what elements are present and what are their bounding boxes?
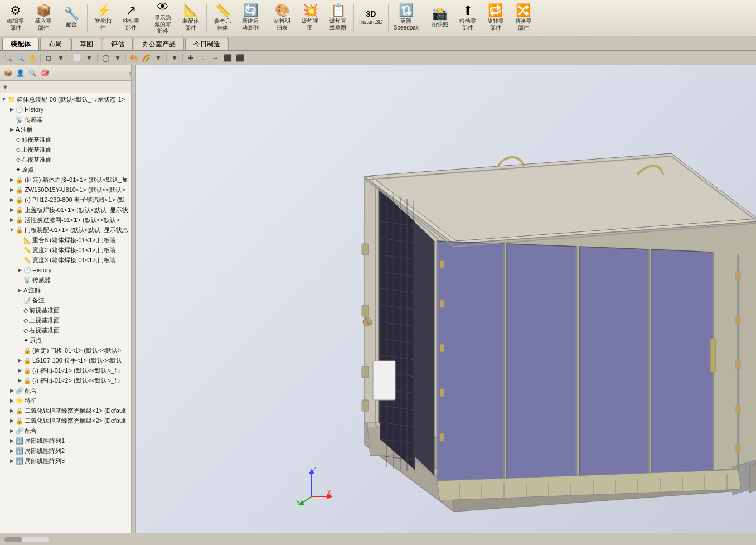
view-render-btn[interactable]: 🌈 bbox=[140, 52, 152, 64]
tree-item[interactable]: ▶A注解 bbox=[0, 285, 135, 295]
toolbar-explode-view[interactable]: 💥 爆炸视图 bbox=[297, 2, 323, 34]
tree-item[interactable]: ▶🔒二氧化钛担基蜂窝光触媒<2> (Default bbox=[0, 416, 135, 426]
tree-item[interactable]: ▶🔒活性炭过滤网-01<1> (默认<<默认>_ bbox=[0, 215, 135, 225]
toolbar-update[interactable]: 🔃 更新Speedpak bbox=[391, 2, 421, 34]
tree-expand-icon[interactable]: ▶ bbox=[16, 368, 23, 373]
tree-item[interactable]: ▶🕐History bbox=[0, 104, 135, 114]
tree-item[interactable]: ▶🕐History bbox=[0, 265, 135, 275]
pan-btn[interactable]: ✋ bbox=[27, 52, 38, 64]
tree-item[interactable]: ▶⭐特征 bbox=[0, 396, 135, 406]
toolbar-edit-part[interactable]: ⚙ 编辑零部件 bbox=[2, 2, 29, 34]
tree-item[interactable]: 📏宽度2 (箱体焊接-01<1>,门板装 bbox=[0, 245, 135, 255]
tab-assembly[interactable]: 装配体 bbox=[2, 38, 39, 50]
tree-item[interactable]: ▶🔒(-) PH12-230-800 电子镇流器<1> (默 bbox=[0, 195, 135, 205]
tree-item[interactable]: ▶🔒二氧化钛担基蜂窝光触媒<1> (Default bbox=[0, 406, 135, 416]
tree-item[interactable]: ▶🔗配合 bbox=[0, 385, 135, 396]
toolbar-ref-geo[interactable]: 📏 参考几何体 bbox=[209, 2, 236, 34]
tree-item[interactable]: ▶🔒ZW150D15Y-U810<1> (默认<<默认> bbox=[0, 185, 135, 195]
tree-item[interactable]: 🔒(固定) 门板-01<1> (默认<<默认> bbox=[0, 345, 135, 355]
toolbar-assembly[interactable]: 🔧 配合 bbox=[58, 2, 85, 34]
tree-expand-icon[interactable]: ▶ bbox=[8, 408, 16, 413]
tree-item[interactable]: ▶🔒LS107-100 拉手<1> (默认<<默认 bbox=[0, 355, 135, 365]
tree-item[interactable]: ▶A注解 bbox=[0, 124, 135, 134]
zoom-out-btn[interactable]: 🔍 bbox=[14, 52, 26, 64]
toolbar-materials[interactable]: 🎨 材料明细表 bbox=[269, 2, 295, 34]
tree-expand-icon[interactable]: ▶ bbox=[8, 177, 16, 182]
tree-container[interactable]: ▼📁箱体总装配-00 (默认<默认_显示状态-1>▶🕐History 📡传感器▶… bbox=[0, 93, 135, 533]
tree-expand-icon[interactable]: ▶ bbox=[8, 428, 16, 433]
tree-item[interactable]: ◇上视基准面 bbox=[0, 144, 135, 155]
view-hide-arrow[interactable]: ▼ bbox=[112, 52, 123, 64]
tree-item[interactable]: ▶🔒(固定) 箱体焊接-01<1> (默认<默认_显 bbox=[0, 175, 135, 185]
tree-item[interactable]: ▶🔒上盖板焊接-01<1> (默认<默认_显示状 bbox=[0, 205, 135, 215]
tree-item[interactable]: 📏宽度3 (箱体焊接-01<1>,门板装 bbox=[0, 255, 135, 265]
viewport[interactable]: Z X Y bbox=[136, 65, 756, 533]
tab-today[interactable]: 今日制造 bbox=[185, 38, 229, 50]
tree-expand-icon[interactable]: ▶ bbox=[8, 107, 16, 112]
tab-office[interactable]: 办公室产品 bbox=[134, 38, 184, 50]
toolbar-display-ref[interactable]: 👁 显示隐藏的零部件 bbox=[149, 2, 176, 34]
scroll-thumb[interactable] bbox=[5, 537, 22, 542]
toolbar-insert-part[interactable]: 📦 插入零部件 bbox=[30, 2, 57, 34]
toolbar-move-part[interactable]: ↗ 移动零部件 bbox=[118, 2, 144, 34]
tree-item[interactable]: ✦原点 bbox=[0, 335, 135, 345]
view-black2-btn[interactable]: ⬛ bbox=[234, 52, 245, 64]
tree-item[interactable]: ▶🔒(-) 搭扣-01<2> (默认<<默认>_显 bbox=[0, 375, 135, 385]
toolbar-rotate-part[interactable]: 🔁 旋转零部件 bbox=[482, 2, 509, 34]
sidebar-property-btn[interactable]: 👤 bbox=[14, 67, 26, 79]
view-display-btn[interactable]: ⬜ bbox=[71, 52, 83, 64]
tree-expand-icon[interactable]: ▶ bbox=[8, 217, 16, 223]
tree-item[interactable]: ▶🔢局部线性阵列3 bbox=[0, 456, 135, 466]
toolbar-explode-line[interactable]: 📋 爆炸直线草图 bbox=[324, 2, 351, 34]
tree-item[interactable]: 📝备注 bbox=[0, 295, 135, 305]
zoom-in-btn[interactable]: 🔍 bbox=[2, 52, 13, 64]
toolbar-new-motion[interactable]: 🔄 新建运动算例 bbox=[237, 2, 264, 34]
view-section-btn[interactable]: ▼ bbox=[169, 52, 180, 64]
tree-item[interactable]: ◇前视基准面 bbox=[0, 134, 135, 144]
tree-item[interactable]: ✦原点 bbox=[0, 165, 135, 175]
tree-expand-icon[interactable]: ▶ bbox=[8, 438, 16, 443]
tree-expand-icon[interactable]: ▶ bbox=[8, 418, 16, 423]
tree-item[interactable]: ◇前视基准面 bbox=[0, 305, 135, 315]
tree-expand-icon[interactable]: ▶ bbox=[8, 197, 16, 202]
tree-item[interactable]: ▶🔢局部线性阵列2 bbox=[0, 446, 135, 456]
tree-expand-icon[interactable]: ▼ bbox=[8, 227, 16, 233]
toolbar-instant3d[interactable]: 3D Instant3D bbox=[356, 2, 386, 34]
tab-evaluate[interactable]: 评估 bbox=[103, 38, 133, 50]
view-display-arrow[interactable]: ▼ bbox=[84, 52, 95, 64]
tree-item[interactable]: ▼📁箱体总装配-00 (默认<默认_显示状态-1> bbox=[0, 94, 135, 104]
tree-item[interactable]: ◇上视基准面 bbox=[0, 315, 135, 325]
toolbar-move-part2[interactable]: ⬆ 移动零部件 bbox=[454, 2, 481, 34]
view-horiz-btn[interactable]: ↔ bbox=[210, 52, 221, 64]
tree-item[interactable]: ▶🔒(-) 搭扣-01<1> (默认<<默认>_显 bbox=[0, 365, 135, 375]
sidebar-resize-handle[interactable] bbox=[131, 65, 135, 533]
tree-expand-icon[interactable]: ▶ bbox=[8, 187, 16, 192]
tree-expand-icon[interactable]: ▶ bbox=[8, 388, 16, 393]
tree-expand-icon[interactable]: ▶ bbox=[16, 378, 23, 383]
tree-item[interactable]: ▼🔒门板装配-01<1> (默认<默认_显示状态 bbox=[0, 225, 135, 235]
tree-expand-icon[interactable]: ▶ bbox=[8, 448, 16, 454]
tree-expand-icon[interactable]: ▶ bbox=[8, 207, 16, 213]
view-hide-btn[interactable]: ◯ bbox=[100, 52, 111, 64]
view-orient-btn[interactable]: ◻ bbox=[43, 52, 54, 64]
tree-expand-icon[interactable]: ▼ bbox=[0, 97, 8, 102]
tree-expand-icon[interactable]: ▶ bbox=[8, 127, 16, 132]
view-add-btn[interactable]: ✚ bbox=[185, 52, 196, 64]
tree-item[interactable]: 📡传感器 bbox=[0, 114, 135, 124]
tree-expand-icon[interactable]: ▶ bbox=[8, 398, 16, 403]
tree-item[interactable]: ◇右视基准面 bbox=[0, 325, 135, 335]
toolbar-smart-part[interactable]: ⚡ 智能扣件 bbox=[90, 2, 117, 34]
tree-expand-icon[interactable]: ▶ bbox=[16, 287, 23, 293]
sidebar-display-btn[interactable]: 🎯 bbox=[39, 67, 50, 79]
sidebar-config-btn[interactable]: 🔍 bbox=[27, 67, 38, 79]
tree-expand-icon[interactable]: ▶ bbox=[8, 458, 16, 464]
view-render-arrow[interactable]: ▼ bbox=[153, 52, 164, 64]
tree-item[interactable]: 📐重合8 (箱体焊接-01<1>,门板装 bbox=[0, 235, 135, 245]
view-orient-arrow[interactable]: ▼ bbox=[55, 52, 66, 64]
view-black1-btn[interactable]: ⬛ bbox=[222, 52, 233, 64]
tree-item[interactable]: ▶🔗配合 bbox=[0, 426, 135, 436]
tree-item[interactable]: ▶🔢局部线性阵列1 bbox=[0, 436, 135, 446]
tree-expand-icon[interactable]: ▶ bbox=[16, 358, 23, 363]
toolbar-place-part[interactable]: 📐 装配体部件 bbox=[177, 2, 204, 34]
horizontal-scrollbar[interactable] bbox=[4, 537, 49, 542]
